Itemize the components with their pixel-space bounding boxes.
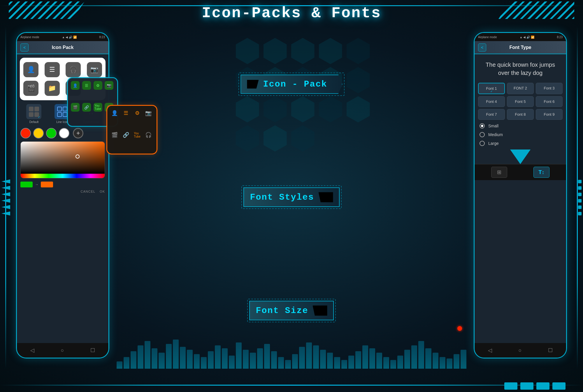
eq-bar-24: [285, 360, 291, 369]
eq-bar-28: [313, 345, 319, 369]
left-arrow-2: [1, 186, 10, 190]
font-btn-1[interactable]: Font 1 ✓: [478, 83, 505, 94]
swatch-yellow[interactable]: [33, 128, 44, 138]
eq-bar-25: [292, 354, 298, 369]
nav-back-icon[interactable]: ◁: [30, 347, 34, 354]
right-phone-screen: < Font Type The quick brown fox jumps ov…: [475, 41, 566, 343]
back-button[interactable]: <: [20, 43, 29, 52]
icon-pack-banner: Icon - Pack: [240, 75, 342, 94]
toolbar-font-icon[interactable]: T↕: [533, 167, 549, 178]
eq-bar-31: [334, 357, 340, 369]
right-phone-nav: ◁ ○ ☐: [475, 343, 566, 358]
size-options: Small Medium Large: [478, 123, 563, 146]
left-arrow-4: [1, 199, 10, 203]
font-4-label: Font 4: [486, 99, 497, 104]
ok-button[interactable]: OK: [100, 190, 105, 193]
swatch-add-button[interactable]: +: [73, 128, 83, 138]
right-dots: [578, 180, 582, 215]
app-icon-folder[interactable]: 📁: [45, 81, 60, 96]
right-time: 8:23: [557, 36, 563, 39]
eq-bar-26: [299, 347, 305, 369]
font-btn-4[interactable]: Font 4: [478, 96, 505, 107]
size-small-label: Small: [488, 124, 498, 128]
left-battery: ▲ ◀ 🔊 📶: [62, 36, 76, 39]
font-5-label: Font 5: [515, 99, 526, 104]
right-nav-recent-icon[interactable]: ☐: [548, 347, 553, 354]
preset-default[interactable]: ✓ Default: [26, 104, 41, 124]
overlay-icon-5: 🎬: [71, 103, 80, 112]
eq-bar-44: [425, 348, 431, 369]
nav-home-icon[interactable]: ○: [61, 347, 64, 354]
main-content: Airplane mode ▲ ◀ 🔊 📶 8:23 < Icon Pack 👤…: [16, 26, 567, 369]
left-arrows: [1, 180, 10, 216]
orange-icon-5: 🎬: [110, 131, 119, 139]
orange-icon-4: 📷: [144, 109, 153, 117]
right-dot-4: [578, 199, 582, 203]
eq-bar-14: [215, 345, 221, 369]
font-styles-label: Font Styles: [250, 192, 314, 202]
eq-bar-43: [418, 341, 424, 369]
font-btn-5[interactable]: Font 5: [507, 96, 534, 107]
font-btn-2[interactable]: FONT 2: [507, 83, 534, 94]
eq-bar-41: [404, 350, 410, 369]
center-area: Icon - Pack Font Styles Font Size: [115, 26, 468, 369]
overlay-icon-7: YouTube: [94, 103, 102, 112]
overlay-icon-3: ⚙: [94, 81, 102, 90]
eq-bar-6: [159, 353, 164, 369]
size-medium[interactable]: Medium: [480, 132, 561, 137]
font-screen-title: Font Type: [509, 45, 531, 50]
icon-overlay-orange: 👤 ☰ ⚙ 📷 🎬 🔗 YouTube 🎧: [106, 105, 157, 154]
font-btn-6[interactable]: Font 6: [536, 96, 563, 107]
font-btn-7[interactable]: Font 7: [478, 109, 505, 120]
right-phone-mockup: Airplane mode ▲ ◀ 🔊 📶 8:23 < Font Type T…: [474, 32, 567, 369]
eq-bar-17: [236, 342, 242, 369]
app-icon-headset[interactable]: 🎧: [66, 62, 81, 77]
arrow-right-icon: →: [35, 182, 38, 187]
swatch-green[interactable]: [46, 128, 57, 138]
font-styles-banner: Font Styles: [243, 187, 339, 207]
font-7-label: Font 7: [486, 112, 497, 117]
preset-default-label: Default: [29, 120, 39, 124]
swatch-white[interactable]: [59, 128, 69, 138]
left-arrow-6: [1, 212, 10, 216]
eq-bar-40: [397, 356, 403, 369]
font-btn-9[interactable]: Font 9: [536, 109, 563, 120]
icon-pack-label: Icon - Pack: [263, 79, 327, 89]
font-btn-8[interactable]: Font 8: [507, 109, 534, 120]
app-icon-video[interactable]: 🎬: [23, 81, 38, 96]
eq-bar-34: [355, 351, 361, 369]
eq-bar-38: [383, 357, 389, 369]
left-arrow-5: [1, 205, 10, 209]
right-vertical-line: [577, 26, 578, 369]
font-back-button[interactable]: <: [478, 43, 486, 52]
bottom-dot-1: [504, 382, 517, 390]
eq-bar-4: [145, 341, 150, 369]
app-icon-contacts[interactable]: 👤: [23, 62, 38, 77]
cancel-button[interactable]: CANCEL: [80, 190, 95, 193]
overlay-icon-4: 📷: [105, 81, 113, 90]
font-btn-3[interactable]: Font 3: [536, 83, 563, 94]
toolbar-grid-icon[interactable]: ⊞: [491, 167, 507, 178]
orange-icon-2: ☰: [122, 109, 130, 117]
right-nav-home-icon[interactable]: ○: [519, 347, 522, 354]
size-large[interactable]: Large: [480, 141, 561, 146]
left-side-decoration: [0, 26, 16, 369]
left-arrow-3: [1, 192, 10, 196]
orange-icon-8: 🎧: [144, 131, 153, 139]
left-phone-mockup: Airplane mode ▲ ◀ 🔊 📶 8:23 < Icon Pack 👤…: [16, 32, 109, 369]
right-dot-5: [578, 205, 582, 209]
nav-recent-icon[interactable]: ☐: [90, 347, 95, 354]
font-preview-text: The quick brown fox jumps over the lazy …: [478, 57, 563, 80]
app-icon-camera[interactable]: 📷: [87, 62, 102, 77]
right-dot-2: [578, 186, 582, 190]
right-nav-back-icon[interactable]: ◁: [488, 347, 492, 354]
right-dot-6: [578, 212, 582, 215]
eq-bar-5: [152, 348, 157, 369]
font-6-label: Font 6: [544, 99, 555, 104]
swatch-red[interactable]: [20, 128, 31, 138]
bottom-dots: [504, 382, 566, 390]
size-small[interactable]: Small: [480, 123, 561, 129]
app-icon-messages[interactable]: ☰: [45, 62, 60, 77]
eq-bar-7: [166, 344, 172, 369]
eq-bar-16: [229, 356, 235, 369]
